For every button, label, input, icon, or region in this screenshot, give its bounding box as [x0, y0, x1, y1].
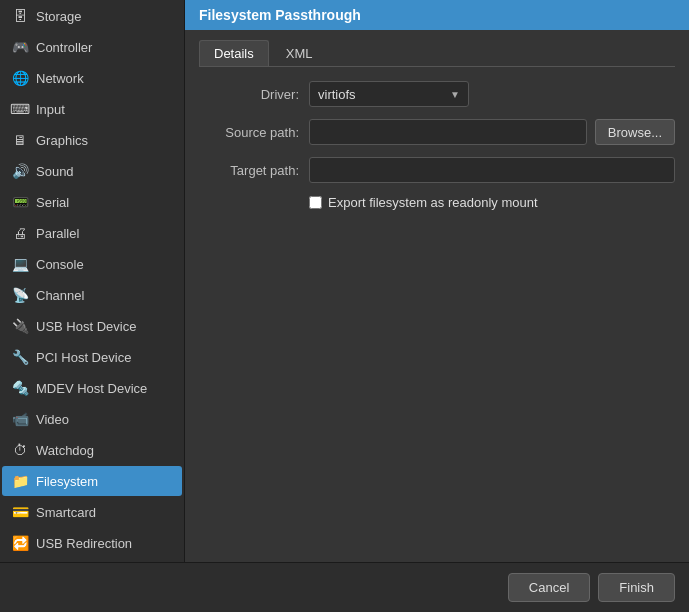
source-path-row: Source path: Browse... — [199, 119, 675, 145]
input-icon: ⌨ — [10, 99, 30, 119]
sidebar-item-filesystem[interactable]: 📁Filesystem — [2, 466, 182, 496]
sidebar-item-parallel[interactable]: 🖨Parallel — [2, 218, 182, 248]
sidebar-label-usb-redir: USB Redirection — [36, 536, 132, 551]
sidebar-item-serial[interactable]: 📟Serial — [2, 187, 182, 217]
driver-label: Driver: — [199, 87, 299, 102]
sidebar-item-usb-redir[interactable]: 🔁USB Redirection — [2, 528, 182, 558]
sidebar-label-graphics: Graphics — [36, 133, 88, 148]
sidebar-label-watchdog: Watchdog — [36, 443, 94, 458]
footer: Cancel Finish — [0, 562, 689, 612]
target-label: Target path: — [199, 163, 299, 178]
sidebar-item-input[interactable]: ⌨Input — [2, 94, 182, 124]
graphics-icon: 🖥 — [10, 130, 30, 150]
console-icon: 💻 — [10, 254, 30, 274]
sidebar-item-channel[interactable]: 📡Channel — [2, 280, 182, 310]
sidebar-label-smartcard: Smartcard — [36, 505, 96, 520]
sidebar-item-pci-host[interactable]: 🔧PCI Host Device — [2, 342, 182, 372]
source-path-input[interactable] — [309, 119, 587, 145]
driver-row: Driver: virtiofs ▼ — [199, 81, 675, 107]
sidebar-label-controller: Controller — [36, 40, 92, 55]
sidebar-item-storage[interactable]: 🗄Storage — [2, 1, 182, 31]
dropdown-arrow-icon: ▼ — [450, 89, 460, 100]
main-layout: 🗄Storage🎮Controller🌐Network⌨Input🖥Graphi… — [0, 0, 689, 562]
channel-icon: 📡 — [10, 285, 30, 305]
tab-details[interactable]: Details — [199, 40, 269, 66]
panel-body: Details XML Driver: virtiofs ▼ Source p — [185, 30, 689, 562]
sidebar-label-mdev-host: MDEV Host Device — [36, 381, 147, 396]
tabs-bar: Details XML — [199, 40, 675, 67]
driver-select-container: virtiofs ▼ — [309, 81, 469, 107]
usb-host-icon: 🔌 — [10, 316, 30, 336]
filesystem-icon: 📁 — [10, 471, 30, 491]
target-path-row: Target path: — [199, 157, 675, 183]
sidebar-item-mdev-host[interactable]: 🔩MDEV Host Device — [2, 373, 182, 403]
sidebar-label-channel: Channel — [36, 288, 84, 303]
sidebar-label-sound: Sound — [36, 164, 74, 179]
driver-value: virtiofs — [318, 87, 356, 102]
sidebar-label-console: Console — [36, 257, 84, 272]
serial-icon: 📟 — [10, 192, 30, 212]
mdev-host-icon: 🔩 — [10, 378, 30, 398]
parallel-icon: 🖨 — [10, 223, 30, 243]
target-path-input[interactable] — [309, 157, 675, 183]
sidebar-item-controller[interactable]: 🎮Controller — [2, 32, 182, 62]
sidebar-item-video[interactable]: 📹Video — [2, 404, 182, 434]
storage-icon: 🗄 — [10, 6, 30, 26]
sidebar-label-parallel: Parallel — [36, 226, 79, 241]
sidebar-label-video: Video — [36, 412, 69, 427]
sidebar-item-smartcard[interactable]: 💳Smartcard — [2, 497, 182, 527]
sidebar-label-filesystem: Filesystem — [36, 474, 98, 489]
network-icon: 🌐 — [10, 68, 30, 88]
browse-button[interactable]: Browse... — [595, 119, 675, 145]
sound-icon: 🔊 — [10, 161, 30, 181]
sidebar-item-console[interactable]: 💻Console — [2, 249, 182, 279]
sidebar: 🗄Storage🎮Controller🌐Network⌨Input🖥Graphi… — [0, 0, 185, 562]
controller-icon: 🎮 — [10, 37, 30, 57]
sidebar-item-watchdog[interactable]: ⏱Watchdog — [2, 435, 182, 465]
content-panel: Filesystem Passthrough Details XML Drive… — [185, 0, 689, 562]
panel-header: Filesystem Passthrough — [185, 0, 689, 30]
smartcard-icon: 💳 — [10, 502, 30, 522]
source-input-container: Browse... — [309, 119, 675, 145]
finish-button[interactable]: Finish — [598, 573, 675, 602]
source-label: Source path: — [199, 125, 299, 140]
driver-dropdown[interactable]: virtiofs ▼ — [309, 81, 469, 107]
sidebar-label-usb-host: USB Host Device — [36, 319, 136, 334]
sidebar-label-storage: Storage — [36, 9, 82, 24]
sidebar-item-graphics[interactable]: 🖥Graphics — [2, 125, 182, 155]
panel-title: Filesystem Passthrough — [199, 7, 361, 23]
video-icon: 📹 — [10, 409, 30, 429]
sidebar-label-pci-host: PCI Host Device — [36, 350, 131, 365]
sidebar-item-network[interactable]: 🌐Network — [2, 63, 182, 93]
pci-host-icon: 🔧 — [10, 347, 30, 367]
readonly-label: Export filesystem as readonly mount — [328, 195, 538, 210]
watchdog-icon: ⏱ — [10, 440, 30, 460]
usb-redir-icon: 🔁 — [10, 533, 30, 553]
cancel-button[interactable]: Cancel — [508, 573, 590, 602]
readonly-checkbox-row: Export filesystem as readonly mount — [309, 195, 675, 210]
readonly-checkbox[interactable] — [309, 196, 322, 209]
sidebar-item-usb-host[interactable]: 🔌USB Host Device — [2, 311, 182, 341]
sidebar-label-serial: Serial — [36, 195, 69, 210]
sidebar-label-network: Network — [36, 71, 84, 86]
sidebar-label-input: Input — [36, 102, 65, 117]
tab-xml[interactable]: XML — [271, 40, 328, 66]
sidebar-item-sound[interactable]: 🔊Sound — [2, 156, 182, 186]
